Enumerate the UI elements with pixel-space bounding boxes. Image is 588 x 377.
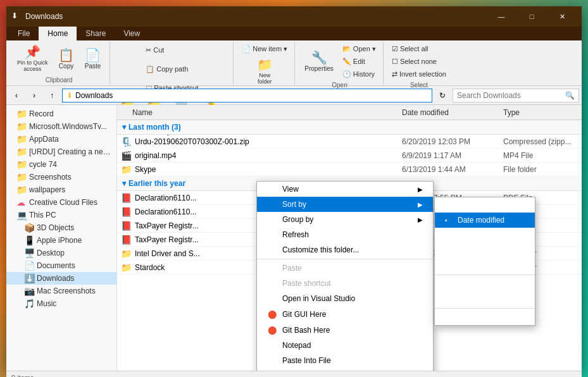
ctx-open-vs[interactable]: Open in Visual Studio (257, 291, 433, 306)
music-icon: 🎵 (24, 299, 34, 309)
select-all-button[interactable]: ☑ Select all (389, 43, 449, 55)
file-type: Compressed (zipp... (503, 137, 579, 146)
ctx-git-bash-label: Git Bash Here (282, 326, 330, 335)
file-name: Skype (132, 165, 402, 174)
sidebar-item-label: [URDU] Creating a new c... (29, 147, 111, 156)
table-row[interactable]: 📁 Skype 6/13/2019 1:44 AM File folder (117, 163, 582, 176)
folder-icon: 📁 (16, 185, 27, 195)
address-path[interactable]: ⬇ Downloads (62, 89, 432, 102)
copy-label: Copy (59, 63, 73, 70)
sidebar-item-urdu[interactable]: 📁 [URDU] Creating a new c... (6, 145, 116, 158)
new-folder-icon: 📁 (257, 58, 273, 71)
tab-share[interactable]: Share (77, 27, 115, 40)
window-icon: ⬇ (11, 11, 22, 22)
tab-view[interactable]: View (115, 27, 149, 40)
sidebar: 📁 Record 📁 Microsoft.WindowsTv... 📁 AppD… (6, 105, 117, 371)
ctx-customize[interactable]: Customize this folder... (257, 242, 433, 257)
item-count: 9 items (11, 374, 34, 378)
back-button[interactable]: ‹ (9, 88, 24, 103)
sidebar-item-label: Creative Cloud Files (29, 198, 97, 207)
sort-item-ascending[interactable]: Ascending (435, 276, 535, 292)
maximize-button[interactable]: □ (517, 6, 546, 27)
new-folder-button[interactable]: 📁 Newfolder (239, 56, 291, 87)
minimize-button[interactable]: — (487, 6, 516, 27)
col-date-header[interactable]: Date modified (402, 108, 503, 117)
sort-item-more[interactable]: More... (435, 310, 535, 325)
sidebar-item-desktop[interactable]: 🖥️ Desktop (6, 247, 116, 259)
invert-selection-button[interactable]: ⇄ Invert selection (389, 68, 449, 80)
search-box[interactable]: 🔍 (453, 89, 579, 102)
sort-item-name[interactable]: Name (435, 197, 535, 213)
col-name-header[interactable]: Name (120, 108, 402, 117)
folder-file-icon: 📁 (120, 164, 132, 175)
ctx-git-bash[interactable]: ⬤ Git Bash Here (257, 322, 433, 338)
sidebar-item-record[interactable]: 📁 Record (6, 108, 116, 120)
git-bash-icon: ⬤ (267, 325, 277, 335)
sidebar-item-screenshots[interactable]: 📁 Screenshots (6, 171, 116, 183)
properties-button[interactable]: 🔧 Properties (300, 49, 338, 74)
sidebar-item-documents[interactable]: 📄 Documents (6, 259, 116, 272)
sort-item-none[interactable]: (None) (435, 258, 535, 273)
sort-type-label: Type (458, 231, 474, 240)
paste-button[interactable]: 📄 Paste (80, 47, 106, 71)
select-buttons: ☑ Select all ☐ Select none ⇄ Invert sele… (389, 43, 449, 80)
select-none-button[interactable]: ☐ Select none (389, 56, 449, 68)
edit-button[interactable]: ✏️ Edit (339, 56, 379, 68)
up-button[interactable]: ↑ (44, 88, 59, 103)
search-input[interactable] (457, 91, 563, 100)
sidebar-item-3d-objects[interactable]: 📦 3D Objects (6, 221, 116, 234)
clipboard-buttons: 📌 Pin to Quickaccess 📋 Copy 📄 Paste (13, 43, 106, 75)
ctx-open-pycharm[interactable]: ⬤ Open Folder as PyCharm Community Editi… (257, 368, 433, 371)
sidebar-item-downloads[interactable]: ⬇️ Downloads (6, 272, 116, 285)
sidebar-item-label: Mac Screenshots (37, 287, 96, 295)
close-button[interactable]: ✕ (547, 6, 577, 27)
section-label: Last month (3) (128, 123, 181, 132)
sort-item-descending[interactable]: • Descending (435, 292, 535, 307)
sidebar-item-microsoft[interactable]: 📁 Microsoft.WindowsTv... (6, 120, 116, 133)
sidebar-item-wallpapers[interactable]: 📁 wallpapers (6, 183, 116, 196)
sidebar-item-label: Record (29, 109, 54, 118)
cut-row: ✂ Cut 📋 Copy path ⬚ Paste shortcut (142, 43, 201, 96)
tab-home[interactable]: Home (39, 27, 77, 40)
file-type: File folder (503, 165, 579, 174)
cut-button[interactable]: ✂ Cut (142, 44, 167, 56)
sidebar-item-this-pc[interactable]: 💻 This PC (6, 209, 116, 221)
folder-file-icon: 📁 (120, 249, 132, 259)
ctx-paste-label: Paste (282, 264, 302, 273)
sort-submenu: Name • Date modified Type Size (434, 197, 535, 326)
refresh-button[interactable]: ↻ (435, 88, 450, 103)
col-type-header[interactable]: Type (503, 108, 579, 117)
pin-button[interactable]: 📌 Pin to Quickaccess (13, 44, 53, 74)
ctx-git-gui[interactable]: ⬤ Git GUI Here (257, 306, 433, 322)
ctx-view[interactable]: View ▶ (257, 182, 433, 197)
organize-group: ✂ Cut 📋 Copy path ⬚ Paste shortcut 📁 Mov… (111, 42, 234, 85)
forward-button[interactable]: › (27, 88, 42, 103)
table-row[interactable]: 🗜️ Urdu-20190620T070300Z-001.zip 6/20/20… (117, 135, 582, 149)
sidebar-item-cycle74[interactable]: 📁 cycle 74 (6, 158, 116, 171)
tab-file[interactable]: File (9, 27, 39, 40)
ctx-sort-by[interactable]: Sort by ▶ Name • Date modified (257, 197, 433, 212)
history-button[interactable]: 🕐 History (339, 68, 379, 80)
sort-item-size[interactable]: Size (435, 243, 535, 258)
open-group: 🔧 Properties 📂 Open ▾ ✏️ Edit 🕐 History … (296, 42, 384, 85)
table-row[interactable]: 🎬 original.mp4 6/9/2019 1:17 AM MP4 File (117, 149, 582, 163)
sort-item-type[interactable]: Type (435, 228, 535, 243)
ctx-refresh[interactable]: Refresh (257, 227, 433, 242)
open-button[interactable]: 📂 Open ▾ (339, 43, 379, 55)
copy-button[interactable]: 📋 Copy (54, 47, 79, 71)
new-item-button[interactable]: 📄 New item ▾ (239, 43, 291, 55)
sort-item-date-modified[interactable]: • Date modified (435, 213, 535, 228)
sidebar-item-music[interactable]: 🎵 Music (6, 297, 116, 310)
window-title: Downloads (25, 12, 487, 21)
ctx-paste-into-file[interactable]: Paste Into File (257, 353, 433, 368)
sidebar-item-appdata[interactable]: 📁 AppData (6, 133, 116, 145)
section-last-month[interactable]: ▾ Last month (3) (117, 120, 582, 135)
address-bar: ‹ › ↑ ⬇ Downloads ↻ 🔍 (6, 86, 582, 105)
copy-path-button[interactable]: 📋 Copy path (142, 63, 191, 75)
ctx-group-by[interactable]: Group by ▶ (257, 212, 433, 227)
sidebar-item-creative-cloud[interactable]: ☁ Creative Cloud Files (6, 196, 116, 209)
ctx-notepad[interactable]: Notepad (257, 338, 433, 353)
sidebar-item-apple-iphone[interactable]: 📱 Apple iPhone (6, 234, 116, 247)
sidebar-item-mac-screenshots[interactable]: 📷 Mac Screenshots (6, 285, 116, 297)
sidebar-item-label: This PC (29, 211, 56, 219)
